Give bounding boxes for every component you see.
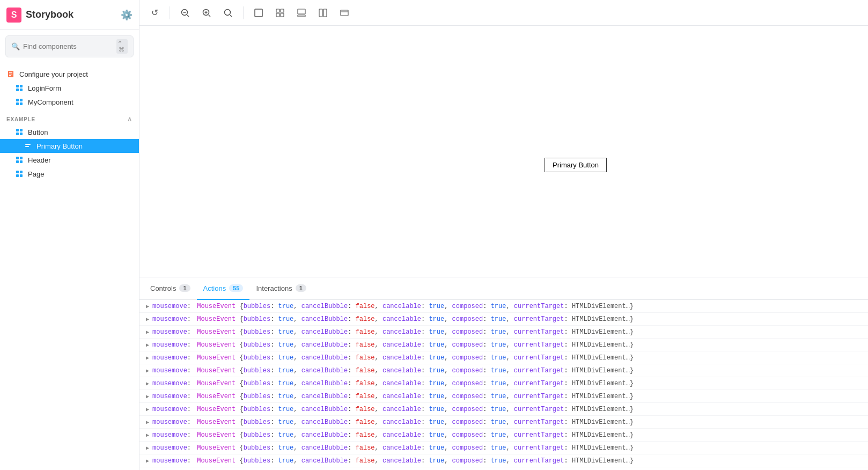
sidebar-title: Storybook <box>26 9 73 20</box>
main-content: ↺ Primary Button <box>139 0 868 470</box>
log-expand-arrow[interactable]: ▶ <box>146 458 149 464</box>
svg-rect-38 <box>276 13 279 17</box>
log-event-name: mousemove <box>152 380 187 387</box>
svg-rect-6 <box>16 89 19 91</box>
log-event-name: mousemove <box>152 406 187 413</box>
log-event-name: mousemove <box>152 444 187 452</box>
svg-rect-24 <box>16 174 19 177</box>
log-expand-arrow[interactable]: ▶ <box>146 329 149 335</box>
button-label: Button <box>28 128 48 136</box>
mycomponent-label: MyComponent <box>28 98 73 106</box>
actions-log[interactable]: ▶ mousemove : MouseEvent { bubbles : tru… <box>139 300 868 470</box>
zoom-reset-button[interactable] <box>198 4 215 21</box>
svg-rect-11 <box>20 102 23 105</box>
update-icon[interactable]: ⚙️ <box>121 9 133 21</box>
log-event-name: mousemove <box>152 367 187 374</box>
log-row[interactable]: ▶ mousemove : MouseEvent { bubbles : tru… <box>139 364 868 377</box>
svg-rect-35 <box>255 9 262 17</box>
view-split-button[interactable] <box>314 4 332 21</box>
sidebar-item-mycomponent[interactable]: MyComponent <box>0 95 139 109</box>
svg-rect-22 <box>16 171 19 173</box>
log-row[interactable]: ▶ mousemove : MouseEvent { bubbles : tru… <box>139 390 868 403</box>
svg-rect-42 <box>319 9 322 17</box>
svg-line-34 <box>230 15 232 17</box>
zoom-out-button[interactable] <box>176 4 194 21</box>
log-expand-arrow[interactable]: ▶ <box>146 303 149 310</box>
log-row[interactable]: ▶ mousemove : MouseEvent { bubbles : tru… <box>139 377 868 390</box>
page-label: Page <box>28 170 44 178</box>
log-row[interactable]: ▶ mousemove : MouseEvent { bubbles : tru… <box>139 416 868 429</box>
document-icon <box>6 70 15 78</box>
svg-rect-12 <box>16 129 19 131</box>
view-single-button[interactable] <box>250 4 267 21</box>
log-row[interactable]: ▶ mousemove : MouseEvent { bubbles : tru… <box>139 429 868 442</box>
log-constructor: MouseEvent <box>197 380 236 387</box>
sidebar-item-button[interactable]: Button <box>0 125 139 139</box>
log-expand-arrow[interactable]: ▶ <box>146 380 149 387</box>
tab-controls-label: Controls <box>150 284 176 292</box>
log-constructor: MouseEvent <box>197 457 236 465</box>
log-expand-arrow[interactable]: ▶ <box>146 316 149 322</box>
log-expand-arrow[interactable]: ▶ <box>146 368 149 374</box>
grid-icon-mycomponent <box>15 98 24 106</box>
svg-rect-43 <box>323 9 327 17</box>
svg-rect-21 <box>20 160 23 163</box>
story-icon <box>24 142 32 150</box>
sidebar-item-primary-button[interactable]: Primary Button <box>0 139 139 153</box>
svg-rect-25 <box>20 174 23 177</box>
view-full-button[interactable] <box>336 4 353 21</box>
log-row[interactable]: ▶ mousemove : MouseEvent { bubbles : tru… <box>139 454 868 467</box>
sidebar-item-page[interactable]: Page <box>0 167 139 181</box>
log-event-name: mousemove <box>152 328 187 336</box>
search-input[interactable] <box>23 42 113 50</box>
log-row[interactable]: ▶ mousemove : MouseEvent { bubbles : tru… <box>139 403 868 416</box>
log-event-name: mousemove <box>152 457 187 465</box>
log-event-name: mousemove <box>152 418 187 426</box>
toolbar: ↺ <box>139 0 868 26</box>
grid-icon-button <box>15 128 24 136</box>
svg-point-33 <box>225 9 231 15</box>
log-event-name: mousemove <box>152 303 187 310</box>
view-panel-button[interactable] <box>293 4 310 21</box>
log-row[interactable]: ▶ mousemove : MouseEvent { bubbles : tru… <box>139 326 868 339</box>
sidebar-item-configure[interactable]: Configure your project <box>0 67 139 81</box>
log-expand-arrow[interactable]: ▶ <box>146 432 149 438</box>
svg-rect-4 <box>16 85 19 87</box>
log-event-name: mousemove <box>152 431 187 439</box>
view-grid-button[interactable] <box>271 4 289 21</box>
tab-actions[interactable]: Actions 55 <box>197 277 250 300</box>
log-event-name: mousemove <box>152 315 187 323</box>
log-expand-arrow[interactable]: ▶ <box>146 406 149 413</box>
log-event-name: mousemove <box>152 354 187 362</box>
refresh-button[interactable]: ↺ <box>146 4 163 21</box>
sidebar-item-loginform[interactable]: LoginForm <box>0 81 139 95</box>
preview-primary-button[interactable]: Primary Button <box>545 158 607 172</box>
log-expand-arrow[interactable]: ▶ <box>146 419 149 425</box>
log-constructor: MouseEvent <box>197 315 236 323</box>
log-expand-arrow[interactable]: ▶ <box>146 355 149 361</box>
log-expand-arrow[interactable]: ▶ <box>146 393 149 400</box>
zoom-in-button[interactable] <box>219 4 237 21</box>
sidebar-header: S Storybook ⚙️ <box>0 0 139 30</box>
tab-interactions[interactable]: Interactions 1 <box>249 277 312 300</box>
tab-controls[interactable]: Controls 1 <box>144 277 197 300</box>
log-row[interactable]: ▶ mousemove : MouseEvent { bubbles : tru… <box>139 313 868 326</box>
svg-rect-18 <box>16 157 19 159</box>
toolbar-divider-2 <box>243 6 244 19</box>
sidebar-item-header[interactable]: Header <box>0 153 139 167</box>
svg-rect-36 <box>276 9 279 12</box>
log-constructor: MouseEvent <box>197 393 236 400</box>
chevron-up-icon[interactable]: ∧ <box>127 115 133 123</box>
log-row[interactable]: ▶ mousemove : MouseEvent { bubbles : tru… <box>139 300 868 313</box>
tab-interactions-label: Interactions <box>256 284 292 292</box>
search-bar[interactable]: 🔍 ^ ⌘ <box>5 35 134 57</box>
log-row[interactable]: ▶ mousemove : MouseEvent { bubbles : tru… <box>139 351 868 364</box>
log-expand-arrow[interactable]: ▶ <box>146 445 149 451</box>
svg-rect-10 <box>16 102 19 105</box>
grid-icon-page <box>15 170 24 178</box>
log-constructor: MouseEvent <box>197 367 236 374</box>
svg-rect-5 <box>20 85 23 87</box>
log-expand-arrow[interactable]: ▶ <box>146 342 149 348</box>
log-row[interactable]: ▶ mousemove : MouseEvent { bubbles : tru… <box>139 442 868 454</box>
log-row[interactable]: ▶ mousemove : MouseEvent { bubbles : tru… <box>139 339 868 351</box>
